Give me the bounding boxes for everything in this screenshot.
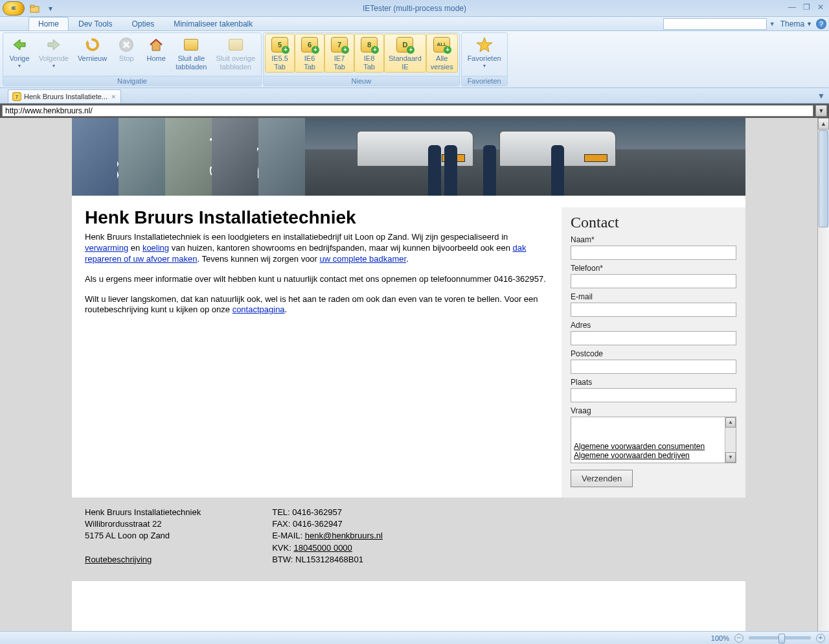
status-bar: 100% − + [0, 631, 829, 644]
forward-button[interactable]: Volgende▾ [34, 34, 73, 71]
ribbon-tabs: Home Dev Tools Opties Minimaliseer taken… [0, 17, 829, 31]
ie-5-icon: 5+ [271, 37, 288, 52]
home-icon [147, 36, 165, 54]
link-voorwaarden-bedrijven[interactable]: Algemene voorwaarden bedrijven [574, 451, 705, 460]
ie-all-icon: ALL+ [433, 37, 450, 52]
link-contactpagina[interactable]: contactpagina [233, 305, 285, 314]
zoom-slider[interactable] [749, 636, 811, 639]
close-other-tabs-button[interactable]: Sluit overige tabbladen [211, 34, 260, 73]
document-tab-title: Henk Bruurs Installatiete... [24, 93, 108, 100]
input-plaats[interactable] [571, 388, 736, 402]
footer-fax: 0416-362947 [293, 519, 343, 529]
article-p3: Wilt u liever langskomen, dat kan natuur… [85, 294, 549, 316]
new-ie7-tab-button[interactable]: 7+IE7 Tab [324, 34, 354, 73]
zoom-out-button[interactable]: − [734, 634, 744, 643]
footer-tel: 0416-362957 [292, 507, 342, 517]
textarea-vraag[interactable]: ▲▼ Algemene voorwaarden consumenten Alge… [571, 417, 736, 463]
new-all-versions-button[interactable]: ALL+Alle versies [426, 34, 458, 73]
article: Henk Bruurs Installatietechniek Henk Bru… [72, 207, 562, 498]
tab-opties[interactable]: Opties [122, 17, 165, 30]
input-naam[interactable] [571, 246, 736, 260]
tab-home[interactable]: Home [28, 17, 69, 30]
maximize-button[interactable]: ❐ [801, 3, 812, 12]
new-ie6-tab-button[interactable]: 6+IE6 Tab [295, 34, 324, 73]
viewport: Verwa Koelin Sanita Daken Over c Henk Br… [0, 118, 829, 631]
document-tab[interactable]: 7 Henk Bruurs Installatiete... × [8, 89, 121, 103]
article-p1: Henk Bruurs Installatietechniek is een l… [85, 232, 549, 265]
search-input[interactable] [663, 18, 767, 30]
close-all-tabs-button[interactable]: Sluit alle tabbladen [171, 34, 211, 73]
refresh-icon [84, 36, 102, 54]
zoom-level: 100% [711, 634, 729, 642]
favorites-button[interactable]: Favorieten▾ [463, 34, 506, 71]
label-telefoon: Telefoon* [571, 264, 736, 273]
new-ie55-tab-button[interactable]: 5+IE5.5 Tab [265, 34, 295, 73]
home-button[interactable]: Home [141, 34, 171, 65]
link-badkamer[interactable]: uw complete badkamer [320, 254, 407, 264]
qat-open-icon[interactable] [28, 2, 41, 15]
link-koeling[interactable]: koeling [142, 243, 169, 253]
link-footer-email[interactable]: henk@henkbruurs.nl [305, 531, 383, 540]
new-default-ie-button[interactable]: D+Standaard IE [384, 34, 426, 73]
scroll-up-icon[interactable]: ▲ [818, 118, 829, 130]
link-verwarming[interactable]: verwarming [85, 243, 128, 253]
ribbon-group-fav-title: Favorieten [462, 76, 507, 86]
folder-icon [182, 36, 200, 54]
title-bar: IE ▾ IETester (multi-process mode) — ❐ ✕ [0, 0, 829, 17]
search-dropdown-icon[interactable]: ▼ [768, 21, 777, 27]
banner-tab-daken[interactable]: Daken [212, 118, 258, 196]
webpage: Verwa Koelin Sanita Daken Over c Henk Br… [72, 118, 745, 631]
arrow-right-icon [45, 36, 63, 54]
app-title: IETester (multi-process mode) [363, 4, 466, 13]
ie-6-icon: 6+ [301, 37, 318, 52]
page-scrollbar[interactable]: ▲ [817, 118, 829, 631]
banner-photo [305, 118, 745, 196]
stop-icon [117, 36, 135, 54]
textarea-scrollbar[interactable]: ▲▼ [725, 417, 736, 463]
banner-tab-koeling[interactable]: Koelin [119, 118, 165, 196]
banner-tab-over[interactable]: Over c [258, 118, 305, 196]
help-icon[interactable]: ? [816, 19, 826, 29]
ribbon-group-nav-title: Navigatie [3, 76, 261, 86]
label-vraag: Vraag [571, 406, 736, 415]
footer-whitespace [72, 581, 745, 631]
minimize-button[interactable]: — [786, 3, 798, 12]
submit-button[interactable]: Verzenden [571, 470, 633, 487]
theme-selector[interactable]: Thema▼ [778, 19, 815, 29]
banner-tab-sanitair[interactable]: Sanita [165, 118, 212, 196]
scroll-thumb[interactable] [819, 130, 828, 227]
refresh-button[interactable]: Vernieuw [73, 34, 111, 65]
document-tabstrip: 7 Henk Bruurs Installatiete... × ▼ [0, 88, 829, 104]
tab-minimize-taskbar[interactable]: Minimaliseer takenbalk [164, 17, 262, 30]
tabstrip-dropdown-icon[interactable]: ▼ [817, 91, 825, 100]
link-voorwaarden-consumenten[interactable]: Algemene voorwaarden consumenten [574, 442, 705, 451]
input-postcode[interactable] [571, 360, 736, 374]
back-button[interactable]: Vorige▾ [5, 34, 34, 71]
qat-dropdown-icon[interactable]: ▾ [44, 2, 57, 15]
close-button[interactable]: ✕ [815, 3, 826, 12]
link-footer-kvk[interactable]: 18045000 0000 [293, 543, 352, 553]
stop-button[interactable]: Stop [111, 34, 141, 65]
zoom-in-button[interactable]: + [816, 634, 825, 643]
label-postcode: Postcode [571, 349, 736, 358]
link-routebeschrijving[interactable]: Routebeschrijving [85, 555, 152, 564]
label-plaats: Plaats [571, 378, 736, 387]
url-dropdown-button[interactable]: ▼ [815, 105, 827, 117]
banner-tab-verwarming[interactable]: Verwa [72, 118, 119, 196]
star-icon [475, 36, 494, 54]
contact-form: Contact Naam* Telefoon* E-mail Adres Pos… [562, 207, 745, 498]
ribbon: Vorige▾ Volgende▾ Vernieuw Stop Home Slu… [0, 31, 829, 88]
folder-faded-icon [227, 36, 245, 54]
input-telefoon[interactable] [571, 274, 736, 288]
ie-7-icon: 7+ [331, 37, 348, 52]
footer-company: Henk Bruurs Installatietechniek [85, 507, 201, 518]
input-adres[interactable] [571, 331, 736, 345]
url-input[interactable] [2, 105, 813, 117]
contact-heading: Contact [571, 214, 736, 231]
app-orb-icon[interactable]: IE [3, 1, 25, 16]
ie-8-icon: 8+ [361, 37, 378, 52]
tab-close-icon[interactable]: × [110, 93, 117, 100]
tab-devtools[interactable]: Dev Tools [69, 17, 122, 30]
input-email[interactable] [571, 303, 736, 317]
new-ie8-tab-button[interactable]: 8+IE8 Tab [354, 34, 384, 73]
